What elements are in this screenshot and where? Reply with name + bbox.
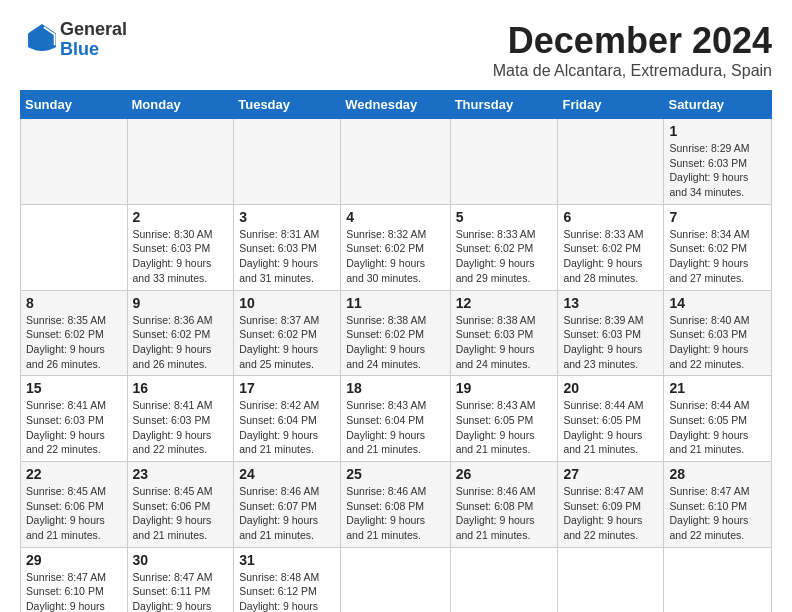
calendar-cell: 19Sunrise: 8:43 AMSunset: 6:05 PMDayligh… [450, 376, 558, 462]
header-wednesday: Wednesday [341, 91, 450, 119]
header-sunday: Sunday [21, 91, 128, 119]
calendar-cell: 28Sunrise: 8:47 AMSunset: 6:10 PMDayligh… [664, 462, 772, 548]
calendar-week-6: 29Sunrise: 8:47 AMSunset: 6:10 PMDayligh… [21, 547, 772, 612]
calendar-cell: 4Sunrise: 8:32 AMSunset: 6:02 PMDaylight… [341, 204, 450, 290]
logo-general: General [60, 19, 127, 39]
calendar-cell: 8Sunrise: 8:35 AMSunset: 6:02 PMDaylight… [21, 290, 128, 376]
calendar-cell: 13Sunrise: 8:39 AMSunset: 6:03 PMDayligh… [558, 290, 664, 376]
calendar-cell: 18Sunrise: 8:43 AMSunset: 6:04 PMDayligh… [341, 376, 450, 462]
month-title: December 2024 [493, 20, 772, 62]
logo-blue: Blue [60, 39, 99, 59]
calendar-cell: 15Sunrise: 8:41 AMSunset: 6:03 PMDayligh… [21, 376, 128, 462]
calendar-table: SundayMondayTuesdayWednesdayThursdayFrid… [20, 90, 772, 612]
header-saturday: Saturday [664, 91, 772, 119]
calendar-header-row: SundayMondayTuesdayWednesdayThursdayFrid… [21, 91, 772, 119]
calendar-week-4: 15Sunrise: 8:41 AMSunset: 6:03 PMDayligh… [21, 376, 772, 462]
calendar-week-3: 8Sunrise: 8:35 AMSunset: 6:02 PMDaylight… [21, 290, 772, 376]
header-tuesday: Tuesday [234, 91, 341, 119]
calendar-cell: 7Sunrise: 8:34 AMSunset: 6:02 PMDaylight… [664, 204, 772, 290]
logo-icon [24, 20, 60, 56]
calendar-cell: 22Sunrise: 8:45 AMSunset: 6:06 PMDayligh… [21, 462, 128, 548]
logo: General Blue [20, 20, 127, 60]
calendar-cell: 9Sunrise: 8:36 AMSunset: 6:02 PMDaylight… [127, 290, 234, 376]
calendar-cell: 20Sunrise: 8:44 AMSunset: 6:05 PMDayligh… [558, 376, 664, 462]
calendar-cell: 11Sunrise: 8:38 AMSunset: 6:02 PMDayligh… [341, 290, 450, 376]
header-thursday: Thursday [450, 91, 558, 119]
calendar-cell: 6Sunrise: 8:33 AMSunset: 6:02 PMDaylight… [558, 204, 664, 290]
calendar-cell: 29Sunrise: 8:47 AMSunset: 6:10 PMDayligh… [21, 547, 128, 612]
calendar-cell: 16Sunrise: 8:41 AMSunset: 6:03 PMDayligh… [127, 376, 234, 462]
calendar-cell [450, 119, 558, 205]
calendar-cell: 31Sunrise: 8:48 AMSunset: 6:12 PMDayligh… [234, 547, 341, 612]
calendar-cell [21, 119, 128, 205]
calendar-cell [558, 547, 664, 612]
calendar-cell [450, 547, 558, 612]
calendar-cell: 23Sunrise: 8:45 AMSunset: 6:06 PMDayligh… [127, 462, 234, 548]
calendar-cell: 2Sunrise: 8:30 AMSunset: 6:03 PMDaylight… [127, 204, 234, 290]
calendar-cell: 12Sunrise: 8:38 AMSunset: 6:03 PMDayligh… [450, 290, 558, 376]
calendar-cell: 26Sunrise: 8:46 AMSunset: 6:08 PMDayligh… [450, 462, 558, 548]
calendar-cell [341, 119, 450, 205]
calendar-cell [558, 119, 664, 205]
calendar-cell: 5Sunrise: 8:33 AMSunset: 6:02 PMDaylight… [450, 204, 558, 290]
calendar-cell [341, 547, 450, 612]
calendar-week-5: 22Sunrise: 8:45 AMSunset: 6:06 PMDayligh… [21, 462, 772, 548]
page-header: General Blue December 2024 Mata de Alcan… [20, 20, 772, 80]
calendar-cell: 3Sunrise: 8:31 AMSunset: 6:03 PMDaylight… [234, 204, 341, 290]
calendar-cell [127, 119, 234, 205]
header-monday: Monday [127, 91, 234, 119]
calendar-cell: 30Sunrise: 8:47 AMSunset: 6:11 PMDayligh… [127, 547, 234, 612]
title-area: December 2024 Mata de Alcantara, Extrema… [493, 20, 772, 80]
calendar-cell: 14Sunrise: 8:40 AMSunset: 6:03 PMDayligh… [664, 290, 772, 376]
header-friday: Friday [558, 91, 664, 119]
calendar-cell: 1Sunrise: 8:29 AMSunset: 6:03 PMDaylight… [664, 119, 772, 205]
calendar-week-2: 2Sunrise: 8:30 AMSunset: 6:03 PMDaylight… [21, 204, 772, 290]
calendar-cell [234, 119, 341, 205]
logo-text: General Blue [60, 20, 127, 60]
calendar-cell [21, 204, 128, 290]
calendar-cell: 21Sunrise: 8:44 AMSunset: 6:05 PMDayligh… [664, 376, 772, 462]
calendar-body: 1Sunrise: 8:29 AMSunset: 6:03 PMDaylight… [21, 119, 772, 613]
calendar-cell: 25Sunrise: 8:46 AMSunset: 6:08 PMDayligh… [341, 462, 450, 548]
calendar-week-1: 1Sunrise: 8:29 AMSunset: 6:03 PMDaylight… [21, 119, 772, 205]
calendar-cell: 24Sunrise: 8:46 AMSunset: 6:07 PMDayligh… [234, 462, 341, 548]
location-title: Mata de Alcantara, Extremadura, Spain [493, 62, 772, 80]
calendar-cell [664, 547, 772, 612]
calendar-cell: 10Sunrise: 8:37 AMSunset: 6:02 PMDayligh… [234, 290, 341, 376]
calendar-cell: 27Sunrise: 8:47 AMSunset: 6:09 PMDayligh… [558, 462, 664, 548]
calendar-cell: 17Sunrise: 8:42 AMSunset: 6:04 PMDayligh… [234, 376, 341, 462]
